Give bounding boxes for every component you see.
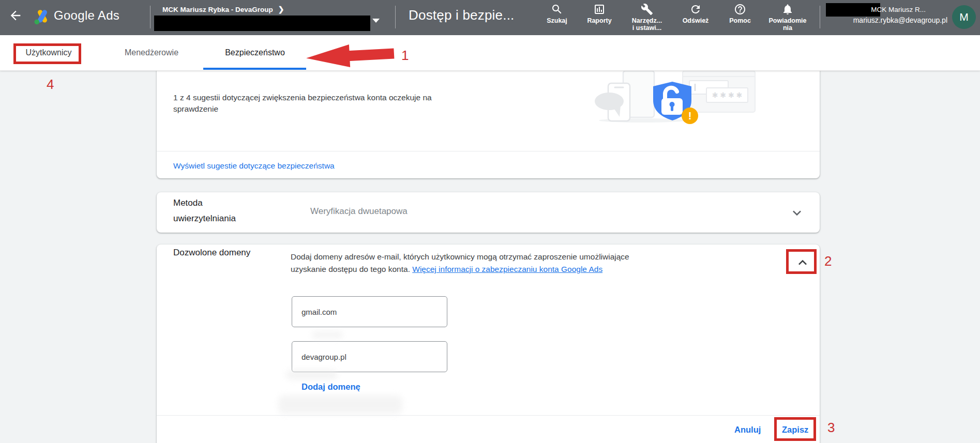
learn-more-link[interactable]: Więcej informacji o zabezpieczaniu konta… [412,265,602,273]
back-button[interactable] [8,8,27,27]
divider [395,6,396,28]
user-name: MCK Mariusz R... [871,6,926,13]
active-tab-indicator [203,68,306,70]
account-selector-label: MCK Mariusz Rybka - DevaGroup [162,6,273,13]
annotation-arrow-1 [306,42,395,70]
blurred-content [312,331,343,339]
caret-down-icon[interactable] [372,19,380,23]
cancel-button[interactable]: Anuluj [734,425,761,435]
redacted-account-id [154,16,370,31]
allowed-domains-card: Dozwolone domeny Dodaj domeny adresów e-… [157,245,820,443]
svg-text:!: ! [688,110,692,121]
annotation-number-2: 2 [824,253,832,269]
allowed-domains-description: Dodaj domeny adresów e-mail, których uży… [291,251,699,276]
annotation-number-3: 3 [827,420,835,436]
google-ads-logo-icon [32,7,53,27]
view-security-suggestions-link[interactable]: Wyświetl sugestie dotyczące bezpieczeńst… [173,161,335,171]
blurred-content [286,370,338,380]
add-domain-button[interactable]: Dodaj domenę [301,382,360,392]
wrench-icon [641,3,653,16]
auth-method-label: Metoda uwierzytelniania [173,195,236,226]
tab-label: Menedżerowie [125,48,178,57]
auth-method-value: Weryfikacja dwuetapowa [310,206,408,217]
annotation-box-zapisz [774,417,816,441]
brand-title: Google Ads [54,8,119,23]
security-illustration: ✱ ✱ ✱ ✱ ! [594,70,762,125]
tab-bezpieczenstwo[interactable]: Bezpieczeństwo [203,35,307,70]
help-icon [734,3,746,16]
tab-menedzerowie[interactable]: Menedżerowie [113,35,190,70]
blurred-content [278,395,402,414]
security-message: 1 z 4 sugestii dotyczącej zwiększenia be… [173,92,432,115]
chevron-down-icon [789,205,805,221]
page-title: Dostęp i bezpie... [409,7,515,23]
bell-icon [781,3,794,16]
reports-icon [593,3,606,16]
nav-notifications[interactable]: Powiadomie nia [762,3,813,32]
annotation-number-1: 1 [401,48,409,64]
refresh-icon [689,3,702,16]
search-icon [551,3,563,16]
security-suggestions-card: 1 z 4 sugestii dotyczącej zwiększenia be… [157,70,820,178]
avatar-letter: M [959,11,969,23]
divider [820,6,820,28]
topbar: Google Ads MCK Mariusz Rybka - DevaGroup… [0,0,980,35]
annotation-number-4: 4 [47,77,54,93]
nav-reports[interactable]: Raporty [578,3,621,24]
nav-refresh[interactable]: Odśwież [674,3,717,24]
annotation-box-collapse [786,249,817,274]
auth-method-card: Metoda uwierzytelniania Weryfikacja dwue… [157,192,820,233]
arrow-back-icon [8,8,23,23]
chevron-right-icon: ❯ [278,5,284,13]
domain-input-1[interactable] [292,296,447,327]
account-selector[interactable]: MCK Mariusz Rybka - DevaGroup❯ [162,5,284,13]
divider [157,151,820,151]
nav-tools[interactable]: Narzędz... i ustawi... [622,3,672,32]
nav-search[interactable]: Szukaj [538,3,576,24]
tab-label: Bezpieczeństwo [225,48,285,57]
tab-bar: Użytkownicy Menedżerowie Bezpieczeństwo [0,35,980,71]
annotation-box-uzytkownicy [13,43,81,64]
nav-help[interactable]: Pomoc [720,3,760,24]
footer-divider [157,415,820,416]
allowed-domains-label: Dozwolone domeny [173,247,250,259]
expand-auth-button[interactable] [789,205,805,223]
avatar[interactable]: M [952,5,976,29]
divider [150,6,150,28]
user-email: mariusz.rybka@devagroup.pl [853,16,947,24]
password-mask-text: ✱ ✱ ✱ ✱ [712,91,743,99]
domain-input-2[interactable] [292,341,447,372]
